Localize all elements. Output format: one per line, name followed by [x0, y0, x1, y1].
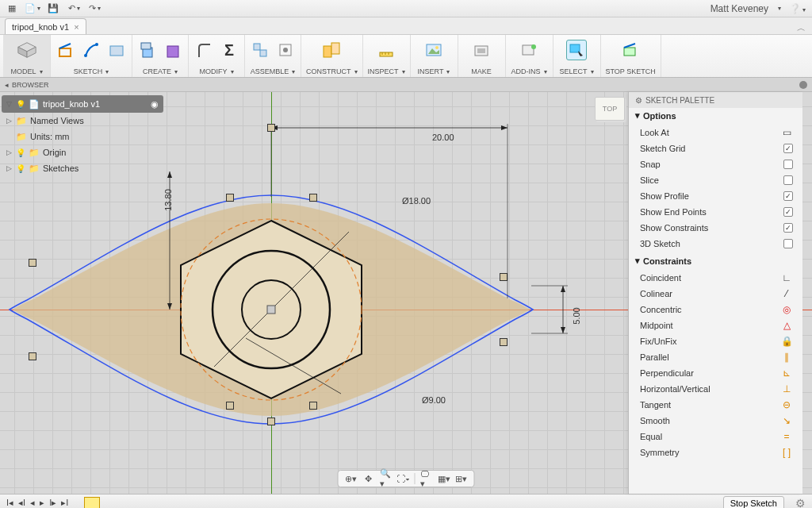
constraint-parallel[interactable]: Parallel∥ [629, 349, 802, 365]
tree-item-units[interactable]: 📁Units: mm [2, 129, 163, 144]
help-icon[interactable]: ❔▾ [789, 3, 806, 14]
undo-icon[interactable]: ↶▾ [68, 3, 79, 14]
palette-option-slice[interactable]: Slice [629, 172, 802, 188]
sketch-line-icon[interactable] [81, 40, 102, 60]
orbit-icon[interactable]: ⊕▾ [345, 472, 358, 485]
palette-option-show-end-points[interactable]: Show End Points✓ [629, 204, 802, 220]
lookat-icon[interactable]: ▭ [780, 127, 793, 138]
ribbon-model[interactable]: MODEL▾ [3, 35, 51, 77]
palette-option-look-at[interactable]: Look At▭ [629, 125, 802, 140]
sketch-plane-icon[interactable] [106, 40, 127, 60]
pan-icon[interactable]: ✥ [362, 472, 375, 485]
display-icon[interactable]: 🖵▾ [420, 472, 433, 485]
tree-item-origin[interactable]: ▷💡📁Origin [2, 144, 163, 160]
measure-icon[interactable] [376, 40, 396, 60]
checkbox[interactable] [783, 160, 793, 169]
timeline-prev-icon[interactable]: ◂I [18, 498, 25, 508]
ribbon-assemble[interactable]: ASSEMBLE▾ [245, 35, 301, 77]
spline-handle[interactable] [29, 352, 36, 360]
spline-handle[interactable] [267, 124, 275, 132]
viewcube[interactable]: TOP [595, 97, 625, 121]
checkbox[interactable]: ✓ [783, 144, 793, 153]
checkbox[interactable]: ✓ [783, 207, 793, 217]
document-tab[interactable]: tripod_knob v1 × [5, 18, 86, 34]
spline-handle[interactable] [309, 402, 317, 410]
save-icon[interactable]: 💾 [48, 3, 59, 14]
ribbon-insert[interactable]: INSERT▾ [411, 35, 458, 77]
timeline-end-icon[interactable]: ▸I [61, 498, 68, 508]
constraint-horizontal-vertical[interactable]: Horizontal/Vertical⊥ [629, 381, 802, 397]
stop-sketch-button[interactable]: Stop Sketch [723, 496, 784, 509]
redo-icon[interactable]: ↷▾ [89, 3, 100, 14]
dim-outer-dia[interactable]: Ø18.00 [402, 196, 431, 206]
grid-display-icon[interactable]: ▦▾ [438, 472, 450, 485]
fit-icon[interactable]: ⛶▾ [397, 472, 410, 485]
constraint-colinear[interactable]: Colinear⁄ [629, 286, 802, 302]
spline-handle[interactable] [500, 273, 508, 281]
palette-option-show-profile[interactable]: Show Profile✓ [629, 188, 802, 204]
palette-option-snap[interactable]: Snap [629, 156, 802, 172]
ribbon-sketch[interactable]: SKETCH▾ [51, 35, 132, 77]
constraint-fix-unfix[interactable]: Fix/UnFix🔒 [629, 333, 802, 349]
palette-option-show-constraints[interactable]: Show Constraints✓ [629, 220, 802, 236]
tree-item-sketches[interactable]: ▷💡📁Sketches [2, 160, 163, 176]
constraint-perpendicular[interactable]: Perpendicular⊾ [629, 365, 802, 381]
zoom-icon[interactable]: 🔍▾ [380, 472, 393, 485]
timeline-back-icon[interactable]: ◂ [30, 498, 35, 508]
spline-handle[interactable] [500, 338, 508, 346]
checkbox[interactable] [783, 175, 793, 185]
constraint-tangent[interactable]: Tangent⊖ [629, 397, 802, 413]
dim-width[interactable]: 20.00 [432, 133, 454, 142]
settings-gear-icon[interactable]: ⚙ [795, 497, 806, 509]
spline-handle[interactable] [309, 194, 317, 202]
extrude-icon[interactable] [137, 40, 158, 60]
constraint-midpoint[interactable]: Midpoint△ [629, 318, 802, 333]
browser-pin-icon[interactable] [799, 81, 807, 89]
constraint-concentric[interactable]: Concentric◎ [629, 302, 802, 318]
timeline-feature-sketch[interactable] [84, 497, 100, 509]
constraint-symmetry[interactable]: Symmetry[ ] [629, 444, 802, 460]
apps-grid-icon[interactable]: ▦ [6, 3, 17, 14]
ribbon-modify[interactable]: Σ MODIFY▾ [189, 35, 245, 77]
spline-handle[interactable] [29, 259, 36, 267]
palette-option-sketch-grid[interactable]: Sketch Grid✓ [629, 140, 802, 156]
timeline-start-icon[interactable]: I◂ [6, 498, 13, 508]
dim-tip[interactable]: 5.00 [572, 307, 581, 324]
ribbon-select[interactable]: SELECT▾ [553, 35, 601, 77]
sketch-rect-icon[interactable] [56, 40, 76, 60]
joint-icon[interactable] [275, 40, 296, 60]
ribbon-make[interactable]: MAKE [458, 35, 506, 77]
stop-sketch-icon[interactable] [620, 40, 641, 60]
fillet-icon[interactable] [193, 40, 214, 60]
spline-handle[interactable] [267, 418, 275, 425]
constraint-coincident[interactable]: Coincident∟ [629, 270, 802, 286]
user-name[interactable]: Matt Keveney [710, 3, 768, 14]
constraint-equal[interactable]: Equal= [629, 429, 802, 444]
tree-root[interactable]: ▽💡📄 tripod_knob v1 ◉ [2, 95, 163, 113]
spline-handle[interactable] [226, 402, 234, 410]
dim-height[interactable]: 13.80 [163, 189, 173, 211]
spline-handle[interactable] [226, 194, 234, 202]
palette-options-heading[interactable]: ▾Options [629, 108, 802, 123]
collapse-ribbon-icon[interactable]: ︿ [797, 22, 806, 34]
checkbox[interactable]: ✓ [783, 191, 793, 201]
timeline-next-icon[interactable]: I▸ [49, 498, 56, 508]
new-file-icon[interactable]: 📄▾ [27, 3, 38, 14]
select-cursor-icon[interactable] [566, 40, 587, 60]
tree-item-named-views[interactable]: ▷📁Named Views [2, 113, 163, 129]
palette-option-3d-sketch[interactable]: 3D Sketch [629, 236, 802, 252]
constraint-smooth[interactable]: Smooth↘ [629, 413, 802, 429]
dim-inner-dia[interactable]: Ø9.00 [422, 395, 446, 405]
addins-icon[interactable] [519, 40, 539, 60]
ribbon-inspect[interactable]: INSPECT▾ [363, 35, 411, 77]
checkbox[interactable]: ✓ [783, 223, 793, 233]
gear-icon[interactable]: ⚙ [635, 96, 642, 105]
ribbon-construct[interactable]: CONSTRUCT▾ [301, 35, 363, 77]
construct-icon[interactable] [321, 40, 342, 60]
assemble-icon[interactable] [250, 40, 270, 60]
make-icon[interactable] [471, 40, 492, 60]
box-icon[interactable] [163, 40, 183, 60]
ribbon-create[interactable]: CREATE▾ [132, 35, 189, 77]
close-tab-icon[interactable]: × [74, 22, 79, 32]
ribbon-stop-sketch[interactable]: STOP SKETCH [601, 35, 661, 77]
